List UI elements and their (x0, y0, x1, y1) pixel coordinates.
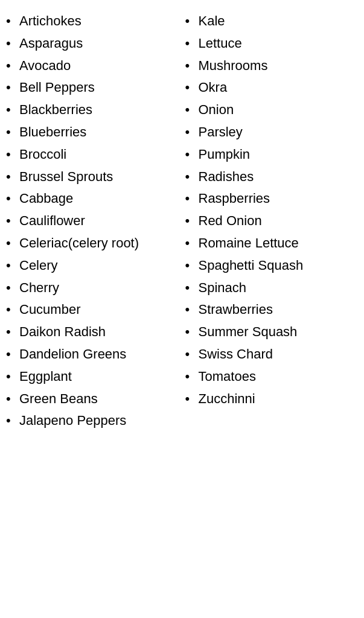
bullet-icon: • (6, 145, 19, 164)
bullet-icon: • (185, 190, 199, 208)
bullet-icon: • (6, 279, 19, 298)
item-label: Blueberries (19, 123, 179, 142)
bullet-icon: • (185, 212, 199, 231)
list-item: •Celery (6, 256, 179, 275)
list-item: •Blackberries (6, 101, 179, 119)
list-item: •Brussel Sprouts (6, 168, 179, 186)
list-item: •Green Beans (6, 390, 179, 409)
bullet-icon: • (185, 323, 199, 342)
item-label: Cauliflower (19, 212, 179, 231)
list-item: •Celeriac(celery root) (6, 234, 179, 253)
bullet-icon: • (6, 101, 19, 119)
bullet-icon: • (185, 78, 199, 97)
bullet-icon: • (185, 279, 199, 298)
bullet-icon: • (6, 168, 19, 186)
list-item: •Tomatoes (185, 368, 359, 386)
item-label: Spaghetti Squash (199, 256, 359, 275)
list-item: •Blueberries (6, 123, 179, 142)
bullet-icon: • (185, 57, 199, 75)
bullet-icon: • (6, 123, 19, 142)
bullet-icon: • (6, 34, 19, 53)
list-item: •Swiss Chard (185, 345, 359, 364)
item-label: Cabbage (19, 190, 179, 208)
item-label: Lettuce (199, 34, 359, 53)
bullet-icon: • (185, 123, 199, 142)
bullet-icon: • (6, 345, 19, 364)
item-label: Red Onion (199, 212, 359, 231)
bullet-icon: • (185, 234, 199, 253)
item-label: Bell Peppers (19, 78, 179, 97)
list-item: •Jalapeno Peppers (6, 412, 179, 430)
bullet-icon: • (185, 12, 199, 31)
item-label: Celery (19, 256, 179, 275)
item-label: Radishes (199, 168, 359, 186)
list-item: •Cabbage (6, 190, 179, 208)
bullet-icon: • (6, 256, 19, 275)
list-item: •Pumpkin (185, 145, 359, 164)
item-label: Strawberries (199, 301, 359, 319)
bullet-icon: • (6, 57, 19, 75)
list-item: •Radishes (185, 168, 359, 186)
bullet-icon: • (6, 412, 19, 430)
bullet-icon: • (185, 145, 199, 164)
list-item: •Strawberries (185, 301, 359, 319)
list-item: •Daikon Radish (6, 323, 179, 342)
list-item: •Avocado (6, 57, 179, 75)
bullet-icon: • (6, 301, 19, 319)
item-label: Blackberries (19, 101, 179, 119)
item-label: Pumpkin (199, 145, 359, 164)
list-item: •Raspberries (185, 190, 359, 208)
bullet-icon: • (6, 212, 19, 231)
right-column: •Kale•Lettuce•Mushrooms•Okra•Onion•Parsl… (185, 12, 359, 434)
item-label: Celeriac(celery root) (19, 234, 179, 253)
item-label: Summer Squash (199, 323, 359, 342)
list-item: •Spinach (185, 279, 359, 298)
produce-list: •Artichokes•Asparagus•Avocado•Bell Peppe… (6, 12, 358, 434)
list-item: •Onion (185, 101, 359, 119)
list-item: •Artichokes (6, 12, 179, 31)
bullet-icon: • (185, 256, 199, 275)
item-label: Dandelion Greens (19, 345, 179, 364)
item-label: Cherry (19, 279, 179, 298)
left-column: •Artichokes•Asparagus•Avocado•Bell Peppe… (6, 12, 179, 434)
list-item: •Red Onion (185, 212, 359, 231)
bullet-icon: • (6, 234, 19, 253)
list-item: •Broccoli (6, 145, 179, 164)
list-item: •Asparagus (6, 34, 179, 53)
item-label: Kale (199, 12, 359, 31)
item-label: Avocado (19, 57, 179, 75)
list-item: •Parsley (185, 123, 359, 142)
bullet-icon: • (6, 390, 19, 409)
item-label: Zucchinni (199, 390, 359, 409)
list-item: •Zucchinni (185, 390, 359, 409)
list-item: •Romaine Lettuce (185, 234, 359, 253)
bullet-icon: • (185, 101, 199, 119)
item-label: Asparagus (19, 34, 179, 53)
bullet-icon: • (185, 34, 199, 53)
list-item: •Dandelion Greens (6, 345, 179, 364)
bullet-icon: • (185, 168, 199, 186)
list-item: •Summer Squash (185, 323, 359, 342)
item-label: Onion (199, 101, 359, 119)
list-item: •Cucumber (6, 301, 179, 319)
bullet-icon: • (6, 78, 19, 97)
list-item: •Spaghetti Squash (185, 256, 359, 275)
bullet-icon: • (6, 190, 19, 208)
list-item: •Mushrooms (185, 57, 359, 75)
list-item: •Lettuce (185, 34, 359, 53)
item-label: Parsley (199, 123, 359, 142)
bullet-icon: • (6, 12, 19, 31)
bullet-icon: • (185, 368, 199, 386)
list-item: •Okra (185, 78, 359, 97)
bullet-icon: • (185, 390, 199, 409)
bullet-icon: • (185, 345, 199, 364)
item-label: Mushrooms (199, 57, 359, 75)
item-label: Eggplant (19, 368, 179, 386)
list-item: •Cauliflower (6, 212, 179, 231)
list-item: •Bell Peppers (6, 78, 179, 97)
item-label: Daikon Radish (19, 323, 179, 342)
item-label: Cucumber (19, 301, 179, 319)
item-label: Jalapeno Peppers (19, 412, 179, 430)
item-label: Artichokes (19, 12, 179, 31)
item-label: Romaine Lettuce (199, 234, 359, 253)
